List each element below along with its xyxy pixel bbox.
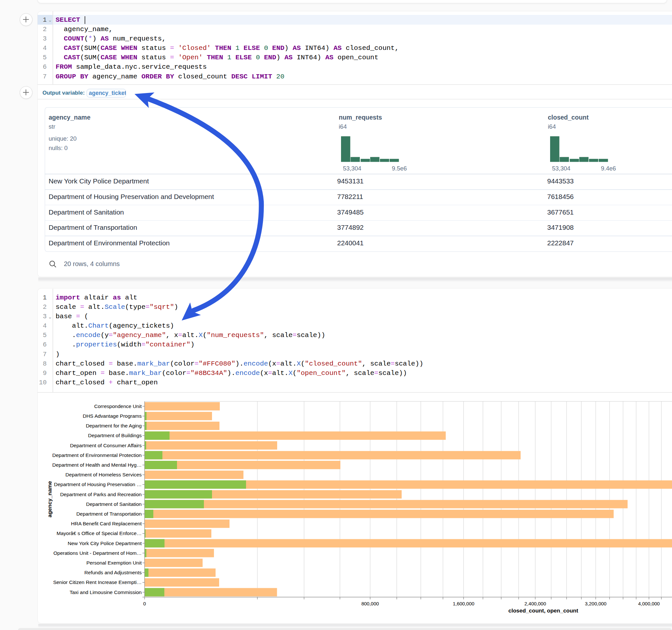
svg-text:Operations Unit - Department o: Operations Unit - Department of Hom… xyxy=(53,550,142,556)
svg-text:Correspondence Unit: Correspondence Unit xyxy=(94,404,142,409)
svg-text:Department of Sanitation: Department of Sanitation xyxy=(86,501,142,507)
svg-text:Department of Parks and Recrea: Department of Parks and Recreation xyxy=(60,492,142,497)
svg-text:Department of Housing Preserva: Department of Housing Preservation … xyxy=(54,482,142,487)
svg-text:Department of Environmental Pr: Department of Environmental Protection xyxy=(52,453,142,458)
svg-text:4,000,000: 4,000,000 xyxy=(638,601,660,606)
svg-text:Mayorâ€ s Office of Special En: Mayorâ€ s Office of Special Enforce… xyxy=(57,531,142,536)
svg-text:closed_count, open_count: closed_count, open_count xyxy=(508,608,578,614)
svg-text:3,200,000: 3,200,000 xyxy=(585,601,606,606)
svg-text:Department of Consumer Affairs: Department of Consumer Affairs xyxy=(70,443,142,448)
svg-text:0: 0 xyxy=(143,601,146,606)
svg-text:DHS Advantage Programs: DHS Advantage Programs xyxy=(83,413,142,419)
svg-text:Refunds and Adjustments: Refunds and Adjustments xyxy=(84,570,142,575)
svg-text:Department for the Aging: Department for the Aging xyxy=(86,423,142,429)
svg-text:agency_name: agency_name xyxy=(47,481,53,517)
svg-text:Senior Citizen Rent Increase E: Senior Citizen Rent Increase Exempti… xyxy=(53,579,142,585)
svg-text:800,000: 800,000 xyxy=(361,601,379,606)
svg-text:Taxi and Limousine Commission: Taxi and Limousine Commission xyxy=(70,589,142,595)
svg-text:Department of Homeless Service: Department of Homeless Services xyxy=(66,472,142,477)
svg-text:2,400,000: 2,400,000 xyxy=(525,601,546,606)
svg-text:Personal Exemption Unit: Personal Exemption Unit xyxy=(86,560,142,565)
svg-text:HRA Benefit Card Replacement: HRA Benefit Card Replacement xyxy=(71,521,142,526)
svg-text:Department of Buildings: Department of Buildings xyxy=(88,433,142,438)
svg-text:Department of Transportation: Department of Transportation xyxy=(76,511,142,516)
svg-text:New York City Police Departmen: New York City Police Department xyxy=(68,540,142,546)
svg-text:Department of Health and Menta: Department of Health and Mental Hyg… xyxy=(52,462,142,468)
svg-text:1,600,000: 1,600,000 xyxy=(453,601,475,606)
